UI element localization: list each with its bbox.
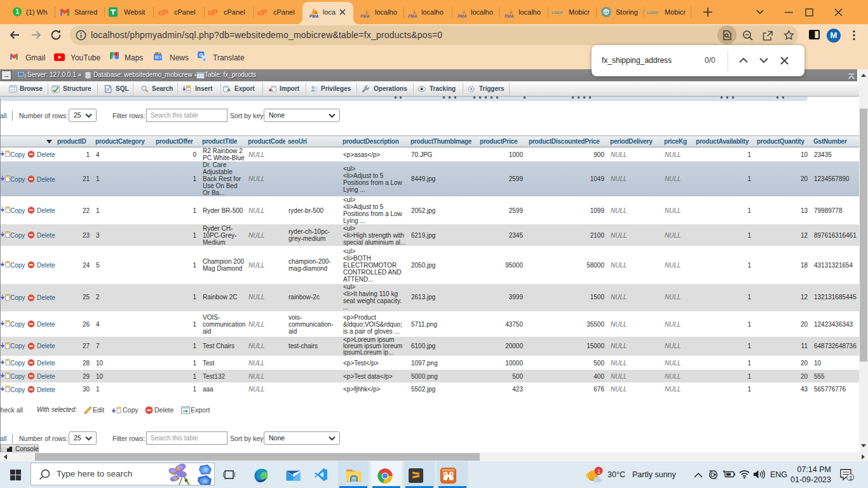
svg-text:PMA: PMA [309,14,319,18]
svg-text:GN: GN [156,55,161,59]
svg-text:1: 1 [597,468,600,475]
svg-text:1: 1 [16,8,20,15]
svg-text:1: 1 [849,474,852,481]
svg-text:PMA: PMA [408,14,417,18]
svg-text:x: x [203,57,206,62]
svg-text:PMA: PMA [360,14,370,18]
svg-text:cP: cP [257,8,268,17]
svg-text:PMA: PMA [458,14,467,18]
svg-text:PMA: PMA [505,14,514,18]
svg-text:cP: cP [158,8,168,17]
svg-text:LOGO: LOGO [552,11,563,15]
svg-text:cP: cP [208,8,218,17]
svg-text:LOGO: LOGO [647,11,658,15]
